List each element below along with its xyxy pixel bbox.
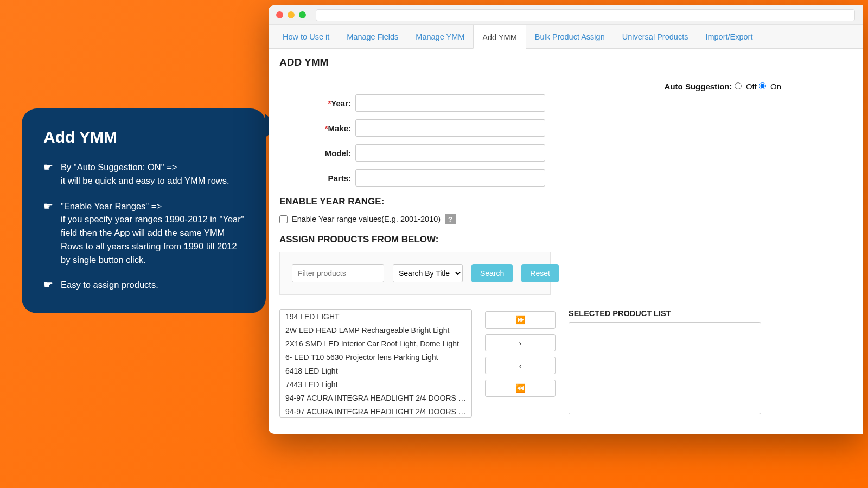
- list-item[interactable]: 2X16 SMD LED Interior Car Roof Light, Do…: [280, 337, 471, 350]
- year-label: Year:: [331, 99, 351, 108]
- list-item[interactable]: 2W LED HEAD LAMP Rechargeable Bright Lig…: [280, 323, 471, 337]
- callout-list: ☛By "Auto Suggestion: ON" => it will be …: [43, 160, 244, 292]
- assign-heading: ASSIGN PRODUCTS FROM BELOW:: [279, 234, 852, 245]
- enable-year-range-checkbox[interactable]: [279, 215, 288, 223]
- parts-input[interactable]: [355, 169, 545, 187]
- maximize-icon[interactable]: [299, 11, 306, 18]
- filter-products-input[interactable]: [292, 264, 384, 282]
- tabs: How to Use it Manage Fields Manage YMM A…: [269, 25, 863, 49]
- auto-suggestion-off-radio[interactable]: [735, 82, 742, 89]
- list-item[interactable]: 7443 LED Light: [280, 377, 471, 391]
- model-label: Model:: [325, 149, 351, 158]
- available-products-list[interactable]: 194 LED LIGHT 2W LED HEAD LAMP Rechargea…: [279, 309, 472, 418]
- minimize-icon[interactable]: [288, 11, 295, 18]
- year-range-heading: ENABLE YEAR RANGE:: [279, 196, 852, 207]
- search-by-select[interactable]: Search By Title: [393, 264, 463, 282]
- page-title: ADD YMM: [279, 56, 852, 74]
- callout-panel: Add YMM ☛By "Auto Suggestion: ON" => it …: [22, 108, 266, 313]
- browser-window: How to Use it Manage Fields Manage YMM A…: [269, 5, 863, 434]
- tab-manage-fields[interactable]: Manage Fields: [338, 25, 407, 48]
- chevron-right-icon: ›: [519, 338, 522, 348]
- move-buttons: ⏩ › ‹ ⏪: [485, 309, 556, 418]
- url-bar[interactable]: [316, 9, 855, 21]
- list-item[interactable]: 94-97 ACURA INTEGRA HEADLIGHT 2/4 DOORS …: [280, 404, 471, 418]
- list-item[interactable]: 94-97 ACURA INTEGRA HEADLIGHT 2/4 DOORS …: [280, 391, 471, 404]
- tab-manage-ymm[interactable]: Manage YMM: [407, 25, 473, 48]
- tab-add-ymm[interactable]: Add YMM: [473, 25, 526, 49]
- enable-year-range-label: Enable Year range values(E.g. 2001-2010): [292, 215, 441, 223]
- parts-label: Parts:: [328, 174, 351, 183]
- year-input[interactable]: [355, 94, 545, 112]
- callout-item: By "Auto Suggestion: ON" => it will be q…: [61, 160, 229, 188]
- tab-bulk-assign[interactable]: Bulk Product Assign: [526, 25, 614, 48]
- tab-universal-products[interactable]: Universal Products: [614, 25, 697, 48]
- chevron-left-icon: ‹: [519, 361, 522, 370]
- double-chevron-left-icon: ⏪: [515, 383, 526, 393]
- double-chevron-right-icon: ⏩: [515, 315, 526, 324]
- selected-products-list[interactable]: [569, 322, 761, 414]
- callout-title: Add YMM: [43, 128, 244, 146]
- filter-bar: Search By Title Search Reset: [279, 252, 551, 295]
- make-label: Make:: [328, 124, 351, 133]
- help-icon[interactable]: ?: [445, 214, 456, 224]
- callout-item: "Enable Year Ranges" => if you specify y…: [61, 200, 244, 267]
- reset-button[interactable]: Reset: [521, 264, 559, 282]
- list-item[interactable]: 6418 LED Light: [280, 364, 471, 377]
- model-input[interactable]: [355, 144, 545, 162]
- auto-suggestion-label: Auto Suggestion:: [665, 82, 732, 91]
- tab-how-to-use[interactable]: How to Use it: [274, 25, 338, 48]
- callout-item: Easy to assign products.: [61, 278, 158, 292]
- hand-icon: ☛: [43, 278, 53, 292]
- make-input[interactable]: [355, 119, 545, 137]
- close-icon[interactable]: [276, 11, 283, 18]
- move-all-right-button[interactable]: ⏩: [485, 311, 556, 329]
- titlebar: [269, 5, 863, 25]
- hand-icon: ☛: [43, 200, 53, 267]
- list-item[interactable]: 6- LED T10 5630 Projector lens Parking L…: [280, 350, 471, 364]
- selected-list-title: SELECTED PRODUCT LIST: [569, 309, 852, 318]
- auto-suggestion: Auto Suggestion: Off On: [279, 82, 852, 91]
- move-all-left-button[interactable]: ⏪: [485, 380, 556, 397]
- auto-suggestion-on-label: On: [770, 82, 781, 91]
- search-button[interactable]: Search: [471, 264, 513, 282]
- auto-suggestion-off-label: Off: [746, 82, 757, 91]
- content: ADD YMM Auto Suggestion: Off On *Year: *…: [269, 49, 863, 425]
- move-right-button[interactable]: ›: [485, 334, 556, 351]
- list-item[interactable]: 194 LED LIGHT: [280, 310, 471, 323]
- auto-suggestion-on-radio[interactable]: [759, 82, 766, 89]
- tab-import-export[interactable]: Import/Export: [697, 25, 761, 48]
- hand-icon: ☛: [43, 160, 53, 188]
- move-left-button[interactable]: ‹: [485, 357, 556, 374]
- assign-area: 194 LED LIGHT 2W LED HEAD LAMP Rechargea…: [279, 309, 852, 418]
